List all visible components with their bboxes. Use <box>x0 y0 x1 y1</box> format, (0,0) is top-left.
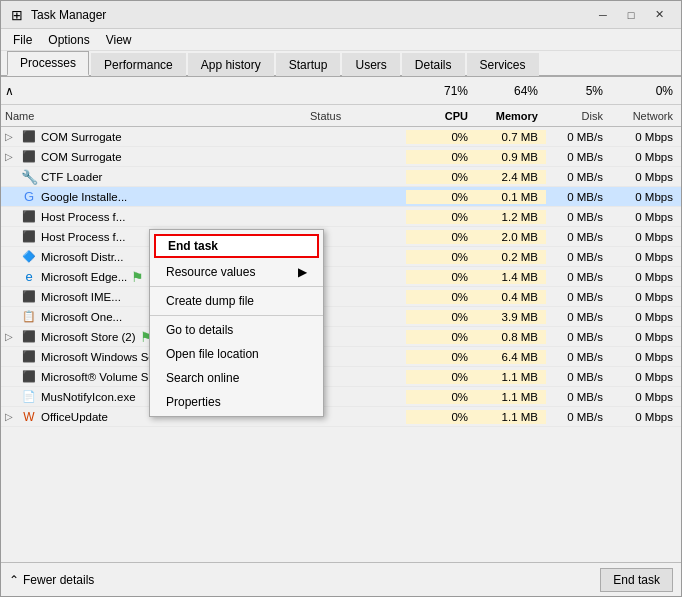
process-network: 0 Mbps <box>611 390 681 404</box>
table-row[interactable]: 🔷 Microsoft Distr... 0% 0.2 MB 0 MB/s 0 … <box>1 247 681 267</box>
close-button[interactable]: ✕ <box>645 5 673 25</box>
app-icon: ⊞ <box>9 7 25 23</box>
process-network: 0 Mbps <box>611 330 681 344</box>
process-icon: ⬛ <box>21 149 37 165</box>
process-cpu: 0% <box>406 150 476 164</box>
sort-arrow[interactable]: ∧ <box>1 80 306 102</box>
process-disk: 0 MB/s <box>546 410 611 424</box>
process-cpu: 0% <box>406 350 476 364</box>
process-network: 0 Mbps <box>611 150 681 164</box>
table-row[interactable]: ⬛ Host Process f... 0% 1.2 MB 0 MB/s 0 M… <box>1 207 681 227</box>
menu-file[interactable]: File <box>5 31 40 49</box>
table-row[interactable]: ⬛ Microsoft Windows Search Inde... 0% 6.… <box>1 347 681 367</box>
process-icon: ⬛ <box>21 329 37 345</box>
process-network: 0 Mbps <box>611 230 681 244</box>
table-row[interactable]: 🔧 CTF Loader 0% 2.4 MB 0 MB/s 0 Mbps <box>1 167 681 187</box>
process-network: 0 Mbps <box>611 190 681 204</box>
process-disk: 0 MB/s <box>546 330 611 344</box>
process-memory: 1.1 MB <box>476 410 546 424</box>
process-icon: ⬛ <box>21 289 37 305</box>
expand-icon: ▷ <box>5 131 17 142</box>
column-headers: Name Status CPU Memory Disk Network <box>1 105 681 127</box>
table-row[interactable]: ▷ ⬛ COM Surrogate 0% 0.7 MB 0 MB/s 0 Mbp… <box>1 127 681 147</box>
sort-disk-pct[interactable]: 5% <box>546 80 611 102</box>
process-memory: 1.4 MB <box>476 270 546 284</box>
tab-app-history[interactable]: App history <box>188 53 274 76</box>
sort-mem-pct[interactable]: 64% <box>476 80 546 102</box>
end-task-button[interactable]: End task <box>600 568 673 592</box>
process-icon: W <box>21 409 37 425</box>
process-name: ⬛ Host Process f... <box>1 208 306 226</box>
ctx-search-online[interactable]: Search online <box>150 366 323 390</box>
window-title: Task Manager <box>31 8 589 22</box>
table-row[interactable]: ⬛ Host Process f... 0% 2.0 MB 0 MB/s 0 M… <box>1 227 681 247</box>
process-network: 0 Mbps <box>611 310 681 324</box>
ctx-create-dump[interactable]: Create dump file <box>150 289 323 313</box>
tab-users[interactable]: Users <box>342 53 399 76</box>
process-cpu: 0% <box>406 270 476 284</box>
tab-details[interactable]: Details <box>402 53 465 76</box>
process-network: 0 Mbps <box>611 250 681 264</box>
col-cpu[interactable]: CPU <box>406 108 476 124</box>
tab-services[interactable]: Services <box>467 53 539 76</box>
ctx-open-file-location[interactable]: Open file location <box>150 342 323 366</box>
process-name: G Google Installe... <box>1 188 306 206</box>
table-row[interactable]: ▷ W OfficeUpdate 0% 1.1 MB 0 MB/s 0 Mbps <box>1 407 681 427</box>
chevron-down-icon: ⌃ <box>9 573 19 587</box>
ctx-end-task[interactable]: End task <box>154 234 319 258</box>
process-network: 0 Mbps <box>611 210 681 224</box>
process-disk: 0 MB/s <box>546 190 611 204</box>
process-cpu: 0% <box>406 210 476 224</box>
table-row[interactable]: 📄 MusNotifyIcon.exe 0% 1.1 MB 0 MB/s 0 M… <box>1 387 681 407</box>
process-memory: 0.2 MB <box>476 250 546 264</box>
process-memory: 0.7 MB <box>476 130 546 144</box>
process-status <box>306 136 406 138</box>
main-content: ∧ 71% 64% 5% 0% Name Status CPU Memory D… <box>1 77 681 562</box>
col-status[interactable]: Status <box>306 108 406 124</box>
tab-startup[interactable]: Startup <box>276 53 341 76</box>
process-network: 0 Mbps <box>611 290 681 304</box>
process-disk: 0 MB/s <box>546 350 611 364</box>
table-row[interactable]: ⬛ Microsoft IME... 0% 0.4 MB 0 MB/s 0 Mb… <box>1 287 681 307</box>
tab-performance[interactable]: Performance <box>91 53 186 76</box>
table-row[interactable]: ▷ ⬛ Microsoft Store (2) ⚑ 0% 0.8 MB 0 MB… <box>1 327 681 347</box>
window-controls: ─ □ ✕ <box>589 5 673 25</box>
process-name: ▷ ⬛ COM Surrogate <box>1 128 306 146</box>
col-name[interactable]: Name <box>1 108 306 124</box>
process-disk: 0 MB/s <box>546 390 611 404</box>
process-memory: 6.4 MB <box>476 350 546 364</box>
context-menu: End task Resource values ▶ Create dump f… <box>149 229 324 417</box>
process-cpu: 0% <box>406 370 476 384</box>
process-memory: 1.2 MB <box>476 210 546 224</box>
process-list[interactable]: ▷ ⬛ COM Surrogate 0% 0.7 MB 0 MB/s 0 Mbp… <box>1 127 681 562</box>
col-memory[interactable]: Memory <box>476 108 546 124</box>
ctx-go-to-details[interactable]: Go to details <box>150 318 323 342</box>
table-row[interactable]: ▷ ⬛ COM Surrogate 0% 0.9 MB 0 MB/s 0 Mbp… <box>1 147 681 167</box>
col-network[interactable]: Network <box>611 108 681 124</box>
green-dot-icon: ⚑ <box>131 269 144 285</box>
table-row[interactable]: 📋 Microsoft One... 0% 3.9 MB 0 MB/s 0 Mb… <box>1 307 681 327</box>
menu-options[interactable]: Options <box>40 31 97 49</box>
menu-view[interactable]: View <box>98 31 140 49</box>
process-icon: 📄 <box>21 389 37 405</box>
process-disk: 0 MB/s <box>546 230 611 244</box>
table-row[interactable]: G Google Installe... 0% 0.1 MB 0 MB/s 0 … <box>1 187 681 207</box>
percent-row: ∧ 71% 64% 5% 0% <box>1 77 681 105</box>
minimize-button[interactable]: ─ <box>589 5 617 25</box>
table-row[interactable]: ⬛ Microsoft® Volume Shadow Co... 0% 1.1 … <box>1 367 681 387</box>
tab-processes[interactable]: Processes <box>7 51 89 76</box>
ctx-properties[interactable]: Properties <box>150 390 323 414</box>
table-row[interactable]: e Microsoft Edge... ⚑ 0% 1.4 MB 0 MB/s 0… <box>1 267 681 287</box>
process-disk: 0 MB/s <box>546 250 611 264</box>
process-disk: 0 MB/s <box>546 370 611 384</box>
process-name: 🔧 CTF Loader <box>1 168 306 186</box>
ctx-resource-values[interactable]: Resource values ▶ <box>150 260 323 284</box>
col-disk[interactable]: Disk <box>546 108 611 124</box>
maximize-button[interactable]: □ <box>617 5 645 25</box>
sort-net-pct[interactable]: 0% <box>611 80 681 102</box>
process-cpu: 0% <box>406 290 476 304</box>
fewer-details-button[interactable]: ⌃ Fewer details <box>9 573 94 587</box>
tab-bar: Processes Performance App history Startu… <box>1 51 681 77</box>
sort-cpu-pct[interactable]: 71% <box>406 80 476 102</box>
process-network: 0 Mbps <box>611 270 681 284</box>
